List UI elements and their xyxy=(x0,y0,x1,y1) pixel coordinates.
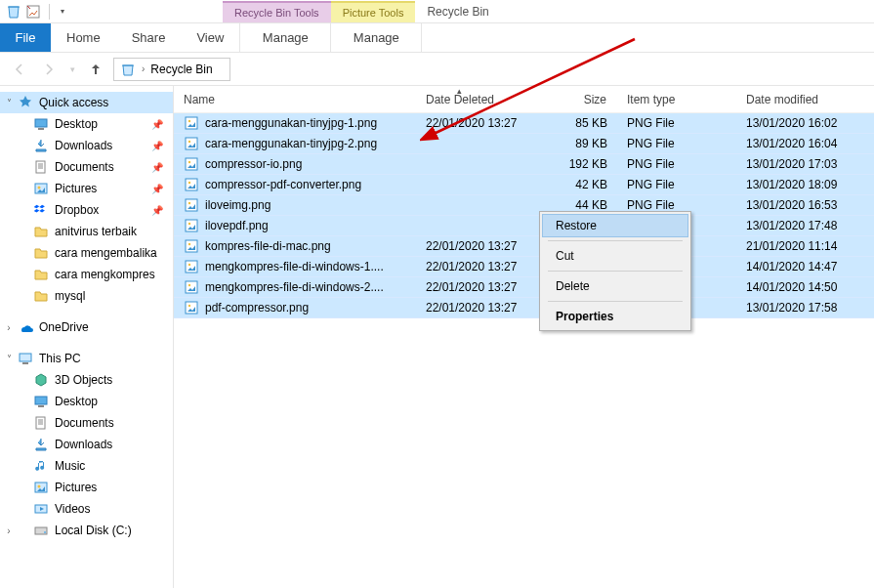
sidebar-item-desktop[interactable]: Desktop xyxy=(0,391,173,412)
image-file-icon xyxy=(184,300,199,315)
file-row[interactable]: iloveimg.png44 KBPNG File13/01/2020 16:5… xyxy=(174,195,874,216)
view-tab[interactable]: View xyxy=(181,23,239,52)
file-type: PNG File xyxy=(617,178,736,191)
column-header-date-deleted[interactable]: Date Deleted xyxy=(416,86,549,112)
3d-icon xyxy=(33,372,49,388)
folder-icon xyxy=(33,288,49,304)
window-title: Recycle Bin xyxy=(427,5,488,19)
file-name-cell: pdf-compressor.png xyxy=(174,300,416,315)
sidebar-item-mysql[interactable]: mysql xyxy=(0,285,173,307)
file-date-modified: 13/01/2020 16:02 xyxy=(736,116,873,130)
sidebar-item-cara-mengembalika[interactable]: cara mengembalika xyxy=(0,242,173,264)
file-name-cell: cara-menggunakan-tinyjpg-2.png xyxy=(174,136,416,151)
contextual-heading-picture-tools: Picture Tools xyxy=(331,1,416,22)
column-header-size[interactable]: Size xyxy=(549,86,617,112)
file-date-modified: 14/01/2020 14:50 xyxy=(736,280,873,294)
chevron-down-icon[interactable]: ˅ xyxy=(4,98,14,108)
onedrive-icon xyxy=(18,319,33,335)
image-file-icon xyxy=(184,136,199,151)
sidebar-item-label: Quick access xyxy=(39,96,108,109)
share-tab[interactable]: Share xyxy=(116,23,182,52)
properties-qat-icon[interactable] xyxy=(25,4,41,20)
file-row[interactable]: mengkompres-file-di-windows-2....22/01/2… xyxy=(174,277,874,298)
chevron-right-icon[interactable]: › xyxy=(4,525,14,536)
sidebar-item-music[interactable]: Music xyxy=(0,455,173,477)
context-menu: Restore Cut Delete Properties xyxy=(539,211,691,331)
image-file-icon xyxy=(184,279,199,295)
nav-forward-button[interactable] xyxy=(37,58,61,81)
sidebar-item-local-disk-c-[interactable]: ›Local Disk (C:) xyxy=(0,520,173,541)
file-type: PNG File xyxy=(617,116,736,130)
file-row[interactable]: ilovepdf.png38 KBPNG File13/01/2020 17:4… xyxy=(174,216,874,236)
context-cut[interactable]: Cut xyxy=(542,244,688,268)
file-tab[interactable]: File xyxy=(0,23,51,52)
image-file-icon xyxy=(184,259,199,274)
sidebar-item-documents[interactable]: Documents xyxy=(0,412,173,434)
folder-icon xyxy=(33,224,49,239)
nav-recent-dropdown[interactable]: ▾ xyxy=(66,58,78,81)
file-date-modified: 13/01/2020 17:03 xyxy=(736,157,873,171)
file-size: 44 KB xyxy=(549,198,617,212)
recycle-bin-app-icon xyxy=(6,4,21,20)
sidebar-item-cara-mengkompres[interactable]: cara mengkompres xyxy=(0,264,173,285)
column-headers: Name Date Deleted Size Item type Date mo… xyxy=(174,86,874,113)
file-name-cell: kompres-file-di-mac.png xyxy=(174,238,416,254)
file-date-deleted: 22/01/2020 13:27 xyxy=(416,260,549,273)
chevron-down-icon[interactable]: ˅ xyxy=(4,354,14,364)
context-restore[interactable]: Restore xyxy=(542,214,688,237)
file-row[interactable]: mengkompres-file-di-windows-1....22/01/2… xyxy=(174,257,874,277)
sidebar-item-label: Documents xyxy=(55,416,114,430)
home-tab[interactable]: Home xyxy=(51,23,116,52)
nav-back-button[interactable] xyxy=(8,58,31,81)
file-row[interactable]: compressor-io.png192 KBPNG File13/01/202… xyxy=(174,154,874,175)
manage-pic-tab[interactable]: Manage xyxy=(331,23,421,52)
sidebar-item-anitvirus-terbaik[interactable]: anitvirus terbaik xyxy=(0,221,173,242)
sidebar-quick-access[interactable]: ˅ Quick access xyxy=(0,92,173,113)
sidebar-item-downloads[interactable]: Downloads📌 xyxy=(0,135,173,156)
sidebar-item-label: mysql xyxy=(55,289,85,303)
sidebar-item-label: Downloads xyxy=(55,438,112,451)
sidebar-item-dropbox[interactable]: Dropbox📌 xyxy=(0,199,173,221)
sidebar-item-pictures[interactable]: Pictures xyxy=(0,477,173,498)
svg-point-31 xyxy=(188,264,190,266)
image-file-icon xyxy=(184,197,199,213)
file-row[interactable]: cara-menggunakan-tinyjpg-2.png89 KBPNG F… xyxy=(174,134,874,154)
chevron-right-icon[interactable]: › xyxy=(4,322,14,333)
sidebar-item-documents[interactable]: Documents📌 xyxy=(0,156,173,178)
sidebar-item-3d-objects[interactable]: 3D Objects xyxy=(0,369,173,391)
quick-access-toolbar: ▾ xyxy=(0,4,73,20)
file-date-modified: 13/01/2020 17:58 xyxy=(736,301,873,315)
documents-icon xyxy=(33,159,49,175)
context-delete[interactable]: Delete xyxy=(542,274,688,298)
sidebar-item-label: cara mengkompres xyxy=(55,268,155,281)
column-header-item-type[interactable]: Item type xyxy=(617,86,736,112)
sidebar-item-videos[interactable]: Videos xyxy=(0,498,173,520)
address-bar[interactable]: › Recycle Bin xyxy=(113,58,230,81)
sidebar-onedrive[interactable]: › OneDrive xyxy=(0,316,173,338)
nav-up-button[interactable] xyxy=(84,58,107,81)
file-row[interactable]: pdf-compressor.png22/01/2020 13:2788 KBP… xyxy=(174,298,874,318)
svg-rect-8 xyxy=(35,397,47,404)
file-size: 89 KB xyxy=(549,137,617,150)
file-type: PNG File xyxy=(617,137,736,150)
sidebar-item-downloads[interactable]: Downloads xyxy=(0,434,173,455)
sidebar-item-desktop[interactable]: Desktop📌 xyxy=(0,113,173,135)
pin-icon: 📌 xyxy=(151,141,163,151)
drive-icon xyxy=(33,523,49,538)
file-row[interactable]: kompres-file-di-mac.png22/01/2020 13:276… xyxy=(174,236,874,257)
column-header-name[interactable]: Name xyxy=(174,86,416,112)
file-name: mengkompres-file-di-windows-2.... xyxy=(205,280,384,294)
sidebar-this-pc[interactable]: ˅ This PC xyxy=(0,348,173,369)
file-row[interactable]: compressor-pdf-converter.png42 KBPNG Fil… xyxy=(174,175,874,195)
sidebar-item-pictures[interactable]: Pictures📌 xyxy=(0,178,173,199)
file-row[interactable]: cara-menggunakan-tinyjpg-1.png22/01/2020… xyxy=(174,113,874,134)
desktop-icon xyxy=(33,116,49,132)
qat-dropdown-icon[interactable]: ▾ xyxy=(58,4,67,20)
manage-rb-tab[interactable]: Manage xyxy=(240,23,330,52)
pictures-icon xyxy=(33,181,49,196)
downloads-icon xyxy=(33,138,49,153)
column-header-date-modified[interactable]: Date modified xyxy=(736,86,873,112)
svg-point-15 xyxy=(44,531,46,533)
context-properties[interactable]: Properties xyxy=(542,305,688,328)
folder-icon xyxy=(33,267,49,282)
